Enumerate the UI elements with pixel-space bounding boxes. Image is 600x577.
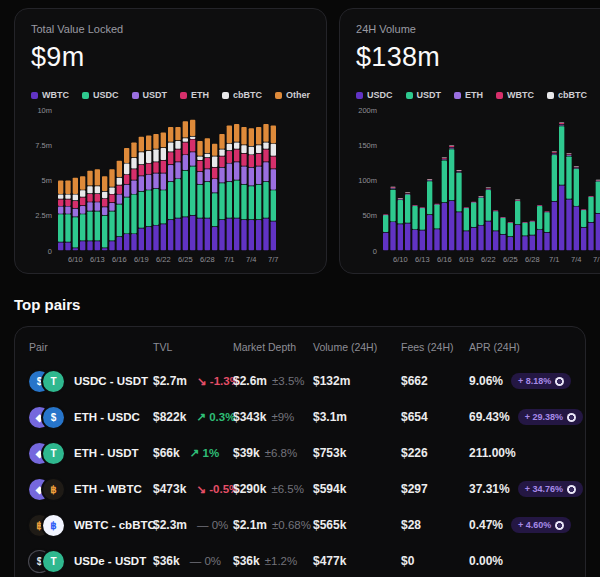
table-row[interactable]: ◆$ETH - USDC$822k↗ 0.3%$343k±9%$3.1m$654… xyxy=(15,399,585,435)
bar-segment-cbbtc[interactable] xyxy=(442,157,447,158)
bar-segment-wbtc[interactable] xyxy=(65,243,70,251)
bar-segment-cbbtc[interactable] xyxy=(241,145,246,153)
bar-segment-usdc[interactable] xyxy=(456,212,461,250)
bar-segment-other[interactable] xyxy=(249,128,254,146)
bar-segment-eth[interactable] xyxy=(175,149,180,161)
bar-segment-wbtc[interactable] xyxy=(588,196,593,197)
bar-segment-usdc[interactable] xyxy=(241,185,246,220)
bar-segment-eth[interactable] xyxy=(168,152,173,164)
bar-segment-wbtc[interactable] xyxy=(146,227,151,250)
bar-segment-cbbtc[interactable] xyxy=(197,157,202,161)
bar-segment-usdc[interactable] xyxy=(183,171,188,217)
apr-boost-badge[interactable]: + 4.60% xyxy=(511,517,571,533)
bar-segment-usdt[interactable] xyxy=(175,162,180,178)
bar-segment-eth[interactable] xyxy=(559,125,564,126)
bar-segment-usdc[interactable] xyxy=(508,237,513,250)
bar-segment-eth[interactable] xyxy=(205,158,210,169)
bar-segment-usdc[interactable] xyxy=(544,233,549,251)
bar-segment-usdt[interactable] xyxy=(412,206,417,229)
bar-segment-eth[interactable] xyxy=(493,211,498,212)
bar-segment-usdt[interactable] xyxy=(219,168,224,183)
bar-segment-eth[interactable] xyxy=(183,142,188,154)
bar-segment-cbbtc[interactable] xyxy=(552,152,557,153)
bar-segment-usdt[interactable] xyxy=(478,198,483,225)
bar-segment-other[interactable] xyxy=(153,134,158,149)
bar-segment-wbtc[interactable] xyxy=(227,219,232,251)
bar-segment-usdt[interactable] xyxy=(405,195,410,223)
bar-segment-eth[interactable] xyxy=(442,159,447,160)
bar-segment-wbtc[interactable] xyxy=(508,222,513,223)
bar-segment-usdc[interactable] xyxy=(588,223,593,251)
bar-segment-wbtc[interactable] xyxy=(581,209,586,210)
bar-segment-usdt[interactable] xyxy=(515,201,520,224)
bar-segment-eth[interactable] xyxy=(212,168,217,179)
bar-segment-wbtc[interactable] xyxy=(412,205,417,206)
bar-segment-usdt[interactable] xyxy=(227,164,232,182)
bar-segment-usdc[interactable] xyxy=(146,190,151,226)
bar-segment-eth[interactable] xyxy=(515,201,520,202)
bar-segment-usdt[interactable] xyxy=(168,165,173,181)
bar-segment-wbtc[interactable] xyxy=(530,221,535,222)
bar-segment-usdc[interactable] xyxy=(434,229,439,250)
bar-segment-usdc[interactable] xyxy=(427,215,432,250)
bar-segment-usdc[interactable] xyxy=(412,230,417,250)
bar-segment-cbbtc[interactable] xyxy=(234,142,239,148)
bar-segment-cbbtc[interactable] xyxy=(271,144,276,156)
bar-segment-wbtc[interactable] xyxy=(212,227,217,250)
bar-segment-usdc[interactable] xyxy=(420,231,425,251)
bar-segment-eth[interactable] xyxy=(58,200,63,206)
bar-segment-usdc[interactable] xyxy=(161,190,166,223)
bar-segment-cbbtc[interactable] xyxy=(596,180,600,181)
bar-segment-usdc[interactable] xyxy=(175,179,180,218)
bar-segment-usdc[interactable] xyxy=(87,212,92,241)
bar-segment-cbbtc[interactable] xyxy=(205,154,210,158)
bar-segment-wbtc[interactable] xyxy=(471,202,476,203)
bar-segment-eth[interactable] xyxy=(427,181,432,182)
bar-segment-wbtc[interactable] xyxy=(383,214,388,215)
bar-segment-usdt[interactable] xyxy=(508,223,513,236)
bar-segment-usdc[interactable] xyxy=(205,182,210,218)
bar-segment-eth[interactable] xyxy=(219,157,224,168)
bar-segment-wbtc[interactable] xyxy=(102,248,107,250)
bar-segment-usdt[interactable] xyxy=(153,173,158,188)
bar-segment-usdt[interactable] xyxy=(449,149,454,200)
legend-item-eth[interactable]: ETH xyxy=(454,90,483,100)
bar-segment-cbbtc[interactable] xyxy=(183,138,188,142)
bar-segment-eth[interactable] xyxy=(596,181,600,182)
bar-segment-usdt[interactable] xyxy=(464,208,469,231)
bar-segment-eth[interactable] xyxy=(256,154,261,166)
bar-segment-usdc[interactable] xyxy=(95,212,100,241)
table-row[interactable]: $TUSDe - USDT$36k— 0%$36k±1.2%$477k$00.0… xyxy=(15,543,585,577)
bar-segment-usdc[interactable] xyxy=(234,181,239,218)
bar-segment-usdc[interactable] xyxy=(515,225,520,250)
bar-segment-wbtc[interactable] xyxy=(256,220,261,250)
bar-segment-cbbtc[interactable] xyxy=(139,152,144,164)
bar-segment-usdt[interactable] xyxy=(390,190,395,222)
bar-segment-usdt[interactable] xyxy=(190,152,195,165)
bar-segment-usdt[interactable] xyxy=(161,173,166,189)
bar-segment-usdt[interactable] xyxy=(581,210,586,227)
bar-segment-eth[interactable] xyxy=(153,162,158,173)
bar-segment-usdt[interactable] xyxy=(271,169,276,189)
bar-segment-usdt[interactable] xyxy=(80,206,85,214)
bar-segment-usdc[interactable] xyxy=(486,221,491,250)
bar-segment-usdt[interactable] xyxy=(456,173,461,212)
bar-segment-cbbtc[interactable] xyxy=(175,141,180,149)
bar-segment-eth[interactable] xyxy=(87,194,92,202)
bar-segment-usdt[interactable] xyxy=(544,212,549,232)
bar-segment-usdc[interactable] xyxy=(153,189,158,225)
bar-segment-other[interactable] xyxy=(95,169,100,185)
bar-segment-usdc[interactable] xyxy=(442,203,447,250)
bar-segment-other[interactable] xyxy=(263,124,268,142)
bar-segment-eth[interactable] xyxy=(574,168,579,169)
bar-segment-other[interactable] xyxy=(102,176,107,191)
bar-segment-usdc[interactable] xyxy=(471,228,476,251)
bar-segment-usdc[interactable] xyxy=(464,231,469,250)
bar-segment-eth[interactable] xyxy=(552,154,557,155)
bar-segment-usdt[interactable] xyxy=(596,182,600,213)
bar-segment-usdt[interactable] xyxy=(588,197,593,222)
bar-segment-wbtc[interactable] xyxy=(522,222,527,223)
bar-segment-cbbtc[interactable] xyxy=(227,144,232,150)
bar-segment-wbtc[interactable] xyxy=(58,243,63,251)
bar-segment-usdc[interactable] xyxy=(596,214,600,251)
